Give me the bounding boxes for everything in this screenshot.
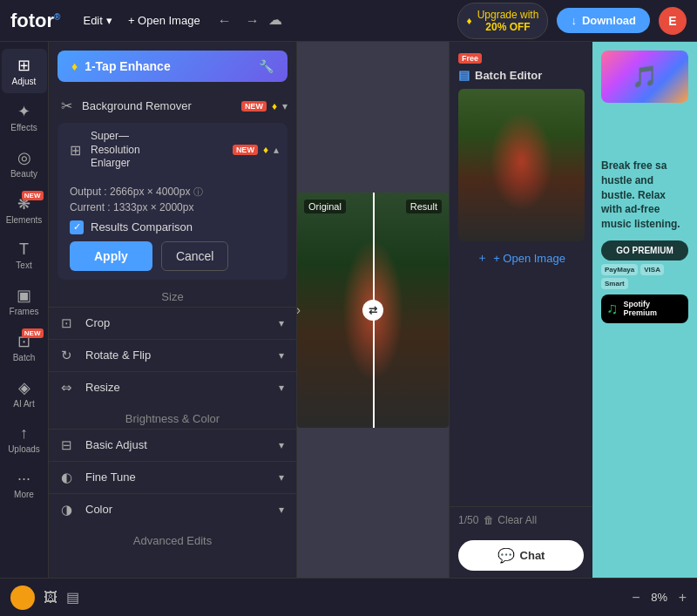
sidebar-item-uploads[interactable]: ↑ Uploads bbox=[2, 417, 47, 461]
clear-all-button[interactable]: 🗑 Clear All bbox=[484, 514, 537, 526]
adjust-icon: ⊞ bbox=[17, 56, 30, 75]
divider-handle[interactable]: ⇄ bbox=[362, 300, 383, 321]
rotate-flip-item[interactable]: ↻ Rotate & Flip ▾ bbox=[49, 339, 296, 371]
sidebar-item-more[interactable]: ··· More bbox=[2, 463, 47, 506]
zoom-in-button[interactable]: + bbox=[679, 590, 687, 606]
paymaya-logo: PayMaya bbox=[601, 264, 638, 275]
chevron-basic: ▾ bbox=[279, 439, 284, 451]
sidebar-item-beauty[interactable]: ◎ Beauty bbox=[2, 141, 47, 186]
size-section-title: Size bbox=[49, 281, 296, 307]
frames-icon: ▣ bbox=[17, 286, 31, 305]
background-remover-item[interactable]: ✂ Background Remover NEW ♦ ▾ bbox=[49, 91, 296, 121]
uploads-icon: ↑ bbox=[20, 424, 28, 443]
label-original: Original bbox=[304, 200, 346, 213]
enlarge-icon: ⊞ bbox=[66, 142, 84, 159]
rotate-label: Rotate & Flip bbox=[85, 349, 151, 362]
batch-footer: 1/50 🗑 Clear All bbox=[450, 506, 592, 533]
sidebar-item-ai-art[interactable]: ◈ AI Art bbox=[2, 371, 47, 416]
crop-item[interactable]: ⊡ Crop ▾ bbox=[49, 307, 296, 339]
sidebar: ⊞ Adjust ✦ Effects ◎ Beauty NEW ❋ Elemen… bbox=[0, 42, 49, 578]
spotify-label: Spotify Premium bbox=[624, 300, 684, 317]
cancel-button[interactable]: Cancel bbox=[161, 241, 229, 271]
crown-icon: ♦ bbox=[71, 59, 78, 73]
bottom-icons: 🖼 ▤ bbox=[42, 587, 81, 607]
advanced-edits-title: Advanced Edits bbox=[49, 525, 296, 551]
results-comparison-label: Results Comparison bbox=[91, 220, 193, 234]
zoom-value: 8% bbox=[646, 591, 673, 604]
sidebar-item-effects[interactable]: ✦ Effects bbox=[2, 95, 47, 139]
zoom-out-button[interactable]: − bbox=[632, 590, 639, 606]
download-button[interactable]: ↓ Download bbox=[557, 8, 650, 33]
fine-tune-item[interactable]: ◐ Fine Tune ▾ bbox=[49, 461, 296, 493]
ad-panel: Break free sa hustle and bustle. Relax w… bbox=[592, 42, 697, 578]
super-res-header[interactable]: ⊞ Super—ResolutionEnlarger NEW ♦ ▴ bbox=[58, 123, 288, 178]
output-label: Output : 2666px × 4000px bbox=[70, 186, 190, 198]
wrench-icon: 🔧 bbox=[259, 59, 274, 73]
super-res-label: Super—ResolutionEnlarger bbox=[91, 130, 140, 171]
image-preview: ⇄ Original Result bbox=[297, 193, 449, 428]
back-button[interactable]: ← bbox=[213, 11, 237, 30]
more-icon: ··· bbox=[17, 470, 30, 488]
logo: fotor® bbox=[10, 10, 60, 32]
open-image-label: + Open Image bbox=[128, 14, 200, 27]
crop-label: Crop bbox=[85, 316, 110, 329]
main-area: ⊞ Adjust ✦ Effects ◎ Beauty NEW ❋ Elemen… bbox=[0, 42, 697, 578]
label-result: Result bbox=[406, 200, 442, 213]
results-comparison-row: Results Comparison bbox=[70, 220, 275, 234]
crown-icon: ♦ bbox=[467, 15, 472, 27]
zoom-controls: − 8% + bbox=[632, 590, 687, 606]
ad-decoration bbox=[601, 51, 688, 103]
edit-button[interactable]: Edit ▾ bbox=[76, 10, 118, 30]
chevron-color: ▾ bbox=[279, 504, 284, 516]
batch-editor-title: ▤ Batch Editor bbox=[458, 68, 584, 82]
resize-item[interactable]: ⇔ Resize ▾ bbox=[49, 371, 296, 403]
avatar[interactable]: E bbox=[659, 7, 687, 35]
enhance-button[interactable]: ♦ 1-Tap Enhance 🔧 bbox=[58, 51, 288, 82]
new-badge-elements: NEW bbox=[22, 191, 44, 200]
color-picker-circle[interactable] bbox=[10, 586, 35, 610]
batch-image bbox=[458, 89, 585, 241]
basic-adjust-item[interactable]: ⊟ Basic Adjust ▾ bbox=[49, 429, 296, 461]
image-icon[interactable]: 🖼 bbox=[42, 588, 59, 607]
canvas-area: ⇄ Original Result ‹ › bbox=[297, 42, 449, 578]
ai-art-icon: ◈ bbox=[18, 378, 30, 397]
forward-button[interactable]: → bbox=[240, 11, 265, 30]
fine-tune-label: Fine Tune bbox=[85, 470, 136, 484]
open-image-right[interactable]: ＋ + Open Image bbox=[450, 241, 592, 274]
chat-label: Chat bbox=[520, 549, 545, 562]
download-label: Download bbox=[582, 14, 636, 27]
bottom-toolbar: 🖼 ▤ − 8% + bbox=[0, 578, 697, 616]
layers-icon[interactable]: ▤ bbox=[64, 587, 81, 607]
results-comparison-checkbox[interactable] bbox=[70, 220, 84, 234]
sidebar-item-adjust[interactable]: ⊞ Adjust bbox=[2, 49, 47, 93]
collapse-icon: ▴ bbox=[274, 144, 279, 156]
text-icon: T bbox=[19, 240, 29, 259]
sidebar-item-text[interactable]: T Text bbox=[2, 234, 47, 277]
crown-icon-sr: ♦ bbox=[263, 144, 268, 156]
chevron-resize: ▾ bbox=[279, 382, 284, 394]
go-premium-button[interactable]: GO PREMIUM bbox=[601, 240, 688, 261]
chat-button[interactable]: 💬 Chat bbox=[458, 540, 584, 571]
apply-button[interactable]: Apply bbox=[70, 241, 152, 271]
chevron-fine: ▾ bbox=[279, 471, 284, 484]
crown-icon-bg: ♦ bbox=[272, 100, 277, 112]
open-image-button[interactable]: + Open Image bbox=[128, 14, 200, 27]
upgrade-button[interactable]: ♦ Upgrade with 20% OFF bbox=[457, 3, 549, 39]
right-arrow[interactable]: › bbox=[297, 302, 301, 318]
batch-editor-header: Free ▤ Batch Editor bbox=[450, 42, 592, 89]
bg-remover-label: Background Remover bbox=[82, 99, 192, 112]
sidebar-item-frames[interactable]: ▣ Frames bbox=[2, 279, 47, 323]
visa-logo: VISA bbox=[640, 264, 664, 275]
beauty-icon: ◎ bbox=[17, 148, 31, 167]
chevron-crop: ▾ bbox=[279, 317, 284, 329]
action-buttons: Apply Cancel bbox=[70, 241, 275, 271]
batch-count: 1/50 🗑 Clear All bbox=[458, 514, 584, 526]
color-item[interactable]: ◑ Color ▾ bbox=[49, 493, 296, 525]
sidebar-item-batch[interactable]: NEW ⊡ Batch bbox=[2, 325, 47, 369]
right-panel: Free ▤ Batch Editor ＋ + Open Image 1/50 … bbox=[449, 42, 592, 578]
output-info: Output : 2666px × 4000px ⓘ bbox=[70, 186, 275, 199]
chevron-rotate: ▾ bbox=[279, 349, 284, 362]
chevron-icon: ▾ bbox=[282, 100, 288, 112]
resize-icon: ⇔ bbox=[61, 380, 77, 396]
sidebar-item-elements[interactable]: NEW ❋ Elements bbox=[2, 187, 47, 232]
